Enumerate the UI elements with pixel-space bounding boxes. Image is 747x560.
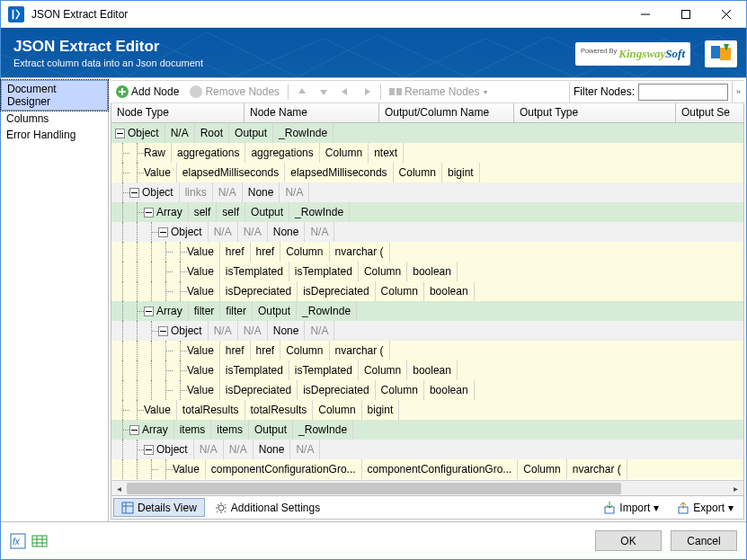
- node-type-cell: Value: [111, 281, 220, 301]
- col-output-type[interactable]: Output Type: [514, 103, 676, 122]
- output-setting-cell: nvarchar (: [330, 242, 390, 262]
- output-type-cell: None: [253, 440, 291, 459]
- table-row[interactable]: ValuehrefhrefColumnnvarchar (: [111, 341, 743, 360]
- filter-input[interactable]: [638, 84, 728, 101]
- node-name-cell: href: [220, 341, 251, 360]
- toolbar-overflow[interactable]: »: [732, 81, 744, 102]
- expression-icon[interactable]: fx: [10, 533, 26, 549]
- node-type-cell: Value: [111, 360, 220, 380]
- node-name-cell: totalResults: [177, 400, 245, 420]
- maximize-button[interactable]: [665, 1, 706, 27]
- output-column-cell: items: [211, 420, 249, 440]
- remove-nodes-button[interactable]: Remove Nodes: [184, 81, 285, 102]
- filter-zone: Filter Nodes:: [569, 82, 732, 102]
- sidebar-item-error-handling[interactable]: Error Handling: [1, 127, 108, 143]
- node-name-cell: componentConfigurationGro...: [206, 459, 362, 479]
- collapse-icon[interactable]: [144, 307, 154, 316]
- table-row[interactable]: ValuecomponentConfigurationGro...compone…: [111, 459, 743, 479]
- node-name-cell: N/A: [194, 440, 224, 459]
- collapse-icon[interactable]: [158, 326, 168, 336]
- scroll-left-icon[interactable]: ◂: [111, 481, 127, 496]
- node-type-label: Value: [144, 166, 171, 179]
- node-type-label: Value: [187, 285, 214, 298]
- collapse-icon[interactable]: [129, 425, 139, 435]
- collapse-icon[interactable]: [144, 445, 154, 455]
- move-up-button[interactable]: [291, 81, 313, 102]
- node-type-cell: Value: [111, 459, 206, 479]
- chevron-down-icon: ▾: [654, 502, 659, 514]
- scroll-right-icon[interactable]: ▸: [728, 481, 743, 496]
- table-row[interactable]: RawaggregationsaggregationsColumnntext: [111, 143, 743, 163]
- table-row[interactable]: ArrayselfselfOutput_RowInde: [111, 202, 743, 222]
- chevron-down-icon: ▾: [728, 502, 734, 514]
- table-row[interactable]: ObjectN/AN/ANoneN/A: [111, 222, 743, 242]
- output-setting-cell: bigint: [362, 400, 400, 420]
- node-type-cell: Value: [111, 400, 177, 420]
- table-row[interactable]: ValueisDepreciatedisDepreciatedColumnboo…: [111, 281, 743, 301]
- horizontal-scrollbar[interactable]: ◂ ▸: [111, 480, 743, 495]
- sidebar-item-document-designer[interactable]: Document Designer: [1, 80, 108, 111]
- table-icon[interactable]: [31, 533, 48, 549]
- add-node-button[interactable]: Add Node: [111, 81, 184, 102]
- node-type-cell: Value: [111, 380, 220, 400]
- cancel-button[interactable]: Cancel: [671, 530, 737, 551]
- output-type-cell: None: [268, 222, 306, 242]
- node-name-cell: href: [220, 242, 251, 262]
- collapse-icon[interactable]: [158, 227, 168, 237]
- node-type-label: Value: [187, 364, 214, 377]
- rename-nodes-button[interactable]: Rename Nodes▾: [384, 81, 493, 102]
- output-column-cell: N/A: [238, 222, 268, 242]
- node-name-cell: aggregations: [172, 143, 245, 163]
- table-row[interactable]: ObjectN/ARootOutput_RowInde: [111, 123, 743, 143]
- toolbar: Add Node Remove Nodes Rename Nodes▾ Filt: [111, 80, 744, 103]
- export-button[interactable]: Export▾: [669, 498, 742, 517]
- table-row[interactable]: ValueisTemplatedisTemplatedColumnboolean: [111, 262, 743, 281]
- table-row[interactable]: ArrayfilterfilterOutput_RowInde: [111, 301, 743, 321]
- minimize-button[interactable]: [625, 1, 665, 27]
- col-output-settings[interactable]: Output Se: [676, 103, 743, 122]
- collapse-icon[interactable]: [144, 208, 154, 218]
- output-column-cell: isTemplated: [289, 360, 359, 380]
- tab-additional-settings[interactable]: Additional Settings: [207, 498, 328, 517]
- scroll-thumb[interactable]: [127, 483, 621, 494]
- table-row[interactable]: ObjectlinksN/ANoneN/A: [111, 182, 743, 202]
- ok-button[interactable]: OK: [595, 530, 662, 551]
- col-node-type[interactable]: Node Type: [111, 103, 245, 122]
- table-row[interactable]: ObjectN/AN/ANoneN/A: [111, 440, 743, 459]
- output-type-cell: Output: [229, 123, 273, 143]
- header-banner: JSON Extract Editor Extract column data …: [1, 28, 746, 77]
- output-setting-cell: boolean: [424, 380, 475, 400]
- move-down-button[interactable]: [313, 81, 334, 102]
- collapse-icon[interactable]: [129, 188, 139, 198]
- chevron-down-icon: ▾: [484, 88, 487, 96]
- plus-icon: [116, 85, 129, 98]
- svg-point-6: [218, 505, 224, 511]
- move-left-button[interactable]: [334, 81, 356, 102]
- col-output-column-name[interactable]: Output/Column Name: [379, 103, 514, 122]
- close-button[interactable]: [706, 1, 746, 27]
- node-type-cell: Array: [111, 301, 189, 321]
- node-name-cell: self: [189, 202, 218, 222]
- svg-rect-1: [711, 46, 720, 58]
- table-row[interactable]: ValuehrefhrefColumnnvarchar (: [111, 242, 743, 262]
- node-type-label: Object: [142, 186, 173, 199]
- node-name-cell: isTemplated: [220, 262, 289, 281]
- sidebar: Document Designer Columns Error Handling: [1, 78, 109, 521]
- window-title: JSON Extract Editor: [31, 8, 625, 21]
- table-row[interactable]: ValuetotalResultstotalResultsColumnbigin…: [111, 400, 743, 420]
- body: Document Designer Columns Error Handling…: [1, 77, 746, 521]
- move-right-button[interactable]: [356, 81, 378, 102]
- output-setting-cell: boolean: [424, 281, 475, 301]
- col-node-name[interactable]: Node Name: [245, 103, 379, 122]
- node-type-label: Value: [173, 463, 200, 476]
- table-row[interactable]: ArrayitemsitemsOutput_RowInde: [111, 420, 743, 440]
- table-row[interactable]: ValueisTemplatedisTemplatedColumnboolean: [111, 360, 743, 380]
- import-button[interactable]: Import▾: [595, 498, 667, 517]
- sidebar-item-columns[interactable]: Columns: [1, 111, 108, 127]
- table-row[interactable]: ValueelapsedMillisecondselapsedMilliseco…: [111, 163, 743, 182]
- collapse-icon[interactable]: [115, 129, 125, 138]
- table-row[interactable]: ObjectN/AN/ANoneN/A: [111, 321, 743, 341]
- table-row[interactable]: ValueisDepreciatedisDepreciatedColumnboo…: [111, 380, 743, 400]
- output-setting-cell: _RowInde: [297, 301, 357, 321]
- tab-details-view[interactable]: Details View: [113, 498, 205, 517]
